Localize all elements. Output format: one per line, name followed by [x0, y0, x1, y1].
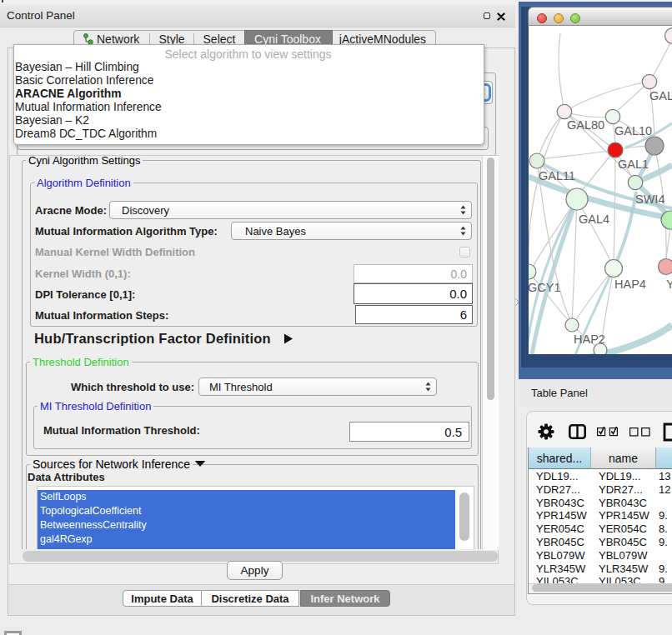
svg-text:GAL80: GAL80	[567, 118, 604, 132]
svg-text:GAL7: GAL7	[649, 89, 672, 102]
svg-text:GAL1: GAL1	[618, 158, 649, 171]
svg-text:GAL10: GAL10	[614, 124, 652, 138]
svg-text:GAL4: GAL4	[579, 212, 609, 226]
svg-text:SWI4: SWI4	[635, 192, 664, 206]
svg-text:YJ: YJ	[666, 278, 672, 291]
svg-text:GAL11: GAL11	[539, 169, 575, 182]
svg-text:GCY1: GCY1	[529, 281, 561, 294]
svg-text:HAP4: HAP4	[614, 278, 646, 291]
svg-text:HAP2: HAP2	[574, 332, 605, 346]
